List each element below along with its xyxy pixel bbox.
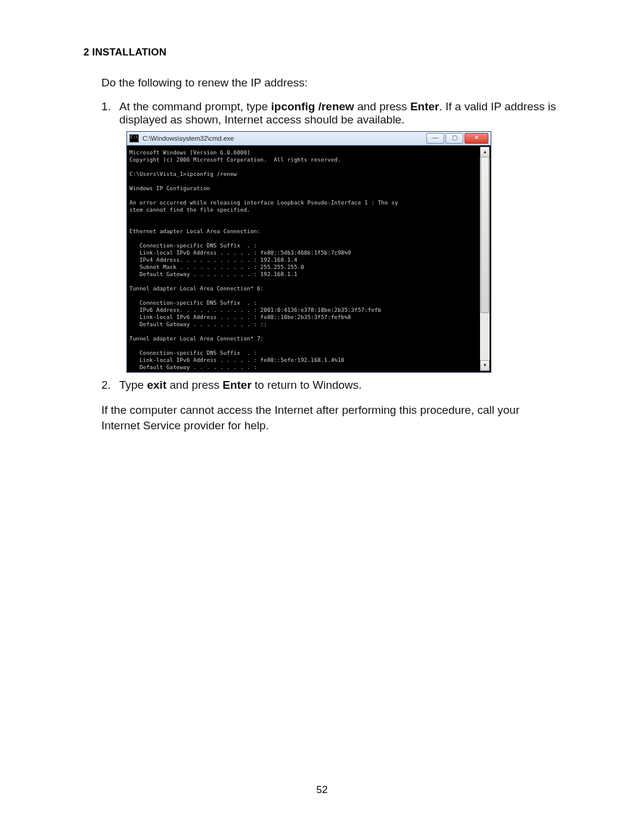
minimize-button[interactable]: — <box>426 133 444 144</box>
step-2: 2. Type exit and press Enter to return t… <box>101 379 561 392</box>
step-2-text: Type exit and press Enter to return to W… <box>119 379 561 392</box>
page-number: 52 <box>0 784 644 796</box>
step-2-enter: Enter <box>222 379 252 391</box>
step-2-command: exit <box>147 379 166 391</box>
step-1: 1. At the command prompt, type ipconfig … <box>101 100 561 126</box>
console-output[interactable]: Microsoft Windows [Version 6.0.6000] Cop… <box>128 147 490 371</box>
step-2-mid: and press <box>166 379 222 391</box>
command-prompt-window: C:\Windows\system32\cmd.exe — ▢ ✕ Micros… <box>126 131 491 373</box>
outro-text: If the computer cannot access the Intern… <box>101 402 561 433</box>
step-1-mid: and press <box>354 100 410 113</box>
step-2-pre: Type <box>119 379 147 391</box>
step-1-number: 1. <box>101 100 119 126</box>
maximize-button[interactable]: ▢ <box>445 133 463 144</box>
window-title: C:\Windows\system32\cmd.exe <box>143 135 426 142</box>
scroll-up-button[interactable]: ▴ <box>480 147 490 157</box>
step-1-command: ipconfig /renew <box>271 100 354 113</box>
scroll-thumb[interactable] <box>481 157 489 313</box>
intro-text: Do the following to renew the IP address… <box>101 76 561 89</box>
step-1-text: At the command prompt, type ipconfig /re… <box>119 100 561 126</box>
step-1-enter: Enter <box>410 100 439 113</box>
close-button[interactable]: ✕ <box>465 133 488 144</box>
step-1-pre: At the command prompt, type <box>119 100 271 113</box>
cmd-icon <box>129 134 139 143</box>
section-header: 2 INSTALLATION <box>83 47 561 58</box>
step-2-number: 2. <box>101 379 119 392</box>
vertical-scrollbar[interactable]: ▴ ▾ <box>480 147 490 371</box>
scroll-down-button[interactable]: ▾ <box>480 360 490 371</box>
step-2-post: to return to Windows. <box>252 379 362 391</box>
window-titlebar: C:\Windows\system32\cmd.exe — ▢ ✕ <box>127 132 491 145</box>
